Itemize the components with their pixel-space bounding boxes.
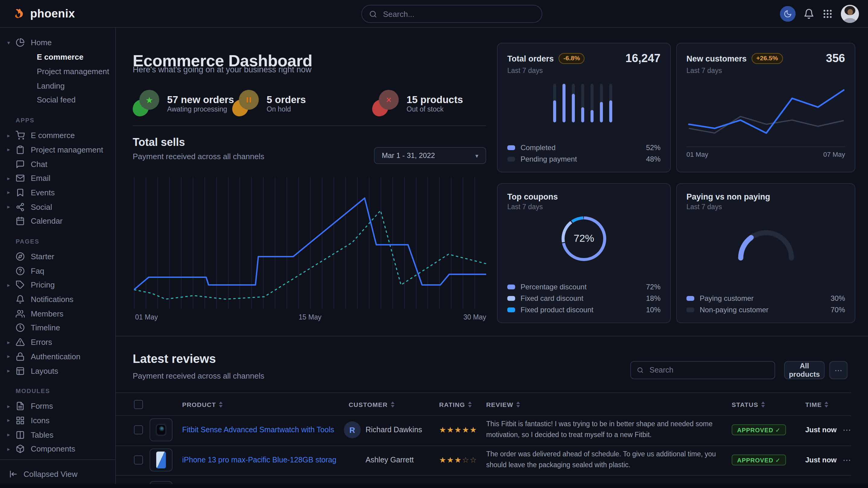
stat-out-of-stock: ✕ 15 products Out of stock: [372, 90, 463, 116]
row-checkbox[interactable]: [134, 426, 143, 435]
column-review[interactable]: REVIEW: [486, 400, 520, 408]
row-checkbox[interactable]: [134, 455, 143, 464]
sidebar-item-home-ecommerce[interactable]: E commerce: [0, 50, 115, 64]
new-customers-line-chart: [686, 83, 845, 143]
chevron-down-icon: ▾: [475, 152, 478, 159]
sidebar-item-notifications[interactable]: Notifications: [0, 292, 115, 306]
collapse-icon: [8, 469, 18, 478]
column-product[interactable]: PRODUCT: [182, 400, 223, 408]
review-time: Just now: [805, 456, 837, 464]
column-customer[interactable]: CUSTOMER: [349, 400, 394, 408]
sidebar-item-forms[interactable]: ▸ Forms: [0, 399, 115, 413]
theme-toggle-button[interactable]: [780, 6, 796, 22]
row-menu-button[interactable]: ⋯: [843, 425, 851, 435]
date-range-select[interactable]: Mar 1 - 31, 2022 ▾: [374, 147, 486, 164]
sidebar-item-apps-project-management[interactable]: ▸ Project management: [0, 142, 115, 157]
search-icon: [637, 366, 644, 374]
product-link[interactable]: Fitbit Sense Advanced Smartwatch with To…: [182, 426, 336, 434]
status-badge: APPROVED ✓: [732, 455, 786, 465]
card-title: Top coupons: [507, 192, 558, 201]
sidebar-item-authentication[interactable]: ▸ Authentication: [0, 349, 115, 363]
global-search[interactable]: [361, 5, 542, 23]
sidebar-item-faq[interactable]: Faq: [0, 264, 115, 278]
sidebar-item-members[interactable]: Members: [0, 306, 115, 321]
chevron-down-icon: ▾: [7, 40, 14, 46]
tag-icon: [16, 281, 25, 290]
product-link[interactable]: iPhone 13 pro max-Pacific Blue-128GB sto…: [182, 456, 336, 464]
sidebar-item-icons[interactable]: ▸ Icons: [0, 413, 115, 427]
column-time[interactable]: TIME: [805, 400, 829, 408]
sidebar-item-tables[interactable]: ▸ Tables: [0, 428, 115, 442]
sidebar-item-errors[interactable]: ▸ Errors: [0, 335, 115, 349]
total-sells-subtitle: Payment received across all channels: [133, 152, 264, 161]
donut-center-value: 72%: [562, 217, 606, 261]
customer-name: Ashley Garrett: [366, 456, 414, 464]
chat-icon: [16, 159, 25, 168]
reviews-search[interactable]: [630, 361, 775, 379]
layout-icon: [16, 366, 25, 375]
sidebar-item-events[interactable]: ▸ Events: [0, 185, 115, 199]
sidebar-item-calendar[interactable]: Calendar: [0, 214, 115, 228]
total-sells-chart: [134, 177, 486, 308]
chevron-right-icon: ▸: [7, 175, 14, 182]
sidebar-item-email[interactable]: ▸ Email: [0, 171, 115, 185]
brand-logo[interactable]: phoenix: [0, 7, 75, 20]
total-orders-card: Total orders -6.8% 16,247 Last 7 days Co…: [497, 43, 671, 172]
customer-avatar[interactable]: R: [344, 422, 361, 438]
global-search-input[interactable]: [382, 9, 534, 19]
column-status[interactable]: STATUS: [732, 400, 765, 408]
stat-orders-on-hold: 5 orders On hold: [232, 90, 306, 116]
phoenix-flame-icon: [12, 7, 25, 20]
topbar: phoenix: [0, 0, 868, 28]
pie-chart-icon: [16, 38, 25, 47]
ecommerce-dashboard-app: phoenix ▾ Home: [0, 0, 868, 488]
column-rating[interactable]: RATING: [439, 400, 472, 408]
notifications-button[interactable]: [803, 8, 814, 19]
card-period: Last 7 days: [507, 203, 660, 210]
reviews-search-input[interactable]: [648, 365, 769, 375]
sort-icon: [761, 401, 765, 407]
legend-fixed-product-discount: Fixed product discount 10%: [507, 306, 660, 314]
sidebar-item-home-landing[interactable]: Landing: [0, 79, 115, 93]
sidebar-item-layouts[interactable]: ▸ Layouts: [0, 363, 115, 378]
chevron-right-icon: ▸: [7, 403, 14, 409]
previous-period-line: [134, 210, 486, 299]
users-icon: [16, 309, 25, 318]
select-all-checkbox[interactable]: [134, 400, 143, 409]
sidebar-item-home-social-feed[interactable]: Social feed: [0, 93, 115, 107]
sidebar-item-components[interactable]: ▸ Components: [0, 442, 115, 456]
sidebar-item-pricing[interactable]: ▸ Pricing: [0, 278, 115, 292]
sidebar-item-timeline[interactable]: Timeline: [0, 321, 115, 335]
row-menu-button[interactable]: ⋯: [843, 455, 851, 465]
sidebar-section-apps: APPS: [0, 115, 115, 126]
legend-pending: Pending payment 48%: [507, 155, 660, 163]
sidebar-item-apps-ecommerce[interactable]: ▸ E commerce: [0, 128, 115, 142]
sidebar-item-starter[interactable]: Starter: [0, 249, 115, 263]
sidebar-item-social[interactable]: ▸ Social: [0, 200, 115, 214]
profile-avatar[interactable]: [841, 5, 859, 23]
latest-reviews-subtitle: Payment received across all channels: [133, 371, 264, 380]
previous-line: [689, 116, 844, 133]
rating-stars: ★★★★★: [439, 426, 477, 435]
legend-non-paying: Non-paying customer 70%: [686, 306, 845, 314]
customer-name: Richard Dawkins: [366, 426, 422, 434]
apps-menu-button[interactable]: [822, 8, 833, 19]
cart-icon: [16, 131, 25, 140]
bell-icon: [16, 295, 25, 304]
chevron-right-icon: ▸: [7, 368, 14, 374]
sidebar-item-home[interactable]: ▾ Home: [0, 36, 115, 50]
product-thumbnail-iphone[interactable]: [150, 449, 173, 471]
chevron-right-icon: ▸: [7, 282, 14, 288]
divider: [133, 125, 486, 126]
brand-name: phoenix: [30, 7, 75, 20]
card-period: Last 7 days: [686, 67, 845, 74]
product-thumbnail-fitbit[interactable]: [150, 419, 173, 442]
card-title: Paying vs non paying: [686, 192, 770, 201]
all-products-button[interactable]: All products: [784, 361, 825, 379]
reviews-more-button[interactable]: ⋯: [829, 361, 847, 379]
current-line: [689, 90, 844, 133]
sidebar-item-chat[interactable]: Chat: [0, 157, 115, 171]
sidebar-item-home-project-management[interactable]: Project management: [0, 64, 115, 79]
customer-avatar[interactable]: [344, 452, 361, 468]
trend-badge: -6.8%: [559, 53, 585, 64]
